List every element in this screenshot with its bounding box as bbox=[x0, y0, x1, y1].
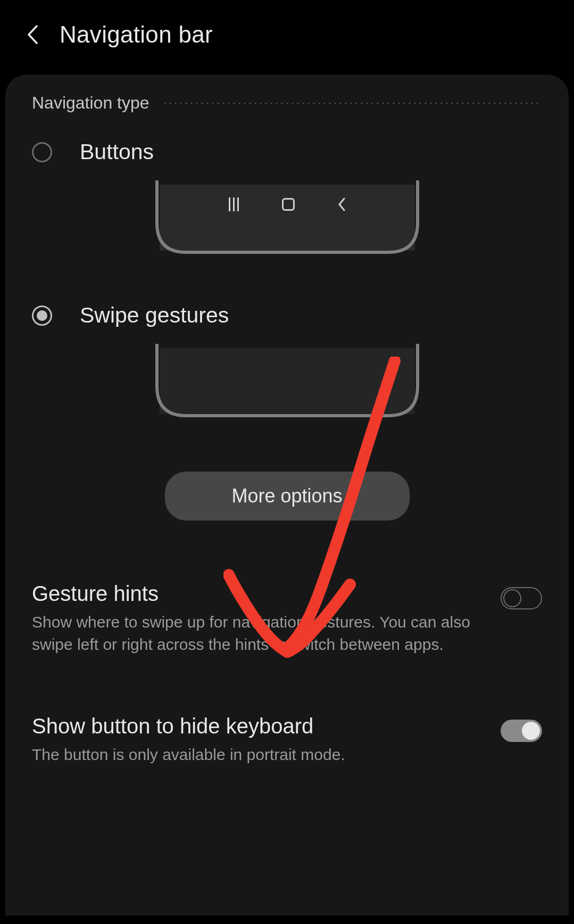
setting-desc: The button is only available in portrait… bbox=[32, 744, 485, 766]
nav-back-icon bbox=[338, 197, 345, 211]
page-header: Navigation bar bbox=[0, 0, 574, 75]
toggle-gesture-hints[interactable] bbox=[501, 587, 542, 609]
back-icon[interactable] bbox=[27, 24, 38, 45]
preview-swipe bbox=[154, 344, 420, 418]
toggle-hide-keyboard[interactable] bbox=[501, 720, 542, 742]
setting-desc: Show where to swipe up for navigation ge… bbox=[32, 611, 485, 656]
svg-rect-1 bbox=[160, 348, 415, 414]
nav-icons-row bbox=[154, 197, 420, 211]
settings-card: Navigation type Buttons Swipe gestures bbox=[5, 75, 569, 915]
section-title: Navigation type bbox=[32, 93, 149, 113]
recents-icon bbox=[229, 197, 239, 211]
radio-label: Swipe gestures bbox=[80, 303, 229, 328]
divider-dotted bbox=[162, 103, 542, 104]
section-header-nav-type: Navigation type bbox=[32, 93, 542, 113]
svg-rect-0 bbox=[160, 185, 415, 251]
setting-text: Show button to hide keyboard The button … bbox=[32, 714, 485, 766]
setting-hide-keyboard[interactable]: Show button to hide keyboard The button … bbox=[32, 704, 542, 777]
page-title: Navigation bar bbox=[60, 21, 213, 48]
more-options-button[interactable]: More options bbox=[165, 472, 410, 521]
radio-label: Buttons bbox=[80, 139, 154, 164]
radio-option-buttons[interactable]: Buttons bbox=[32, 139, 542, 164]
setting-gesture-hints[interactable]: Gesture hints Show where to swipe up for… bbox=[32, 571, 542, 666]
radio-icon bbox=[32, 142, 52, 162]
radio-icon-selected bbox=[32, 306, 52, 326]
home-icon bbox=[282, 198, 295, 211]
preview-buttons bbox=[154, 180, 420, 255]
setting-text: Gesture hints Show where to swipe up for… bbox=[32, 582, 485, 656]
setting-title: Show button to hide keyboard bbox=[32, 714, 485, 738]
setting-title: Gesture hints bbox=[32, 582, 485, 606]
radio-option-swipe[interactable]: Swipe gestures bbox=[32, 303, 542, 328]
